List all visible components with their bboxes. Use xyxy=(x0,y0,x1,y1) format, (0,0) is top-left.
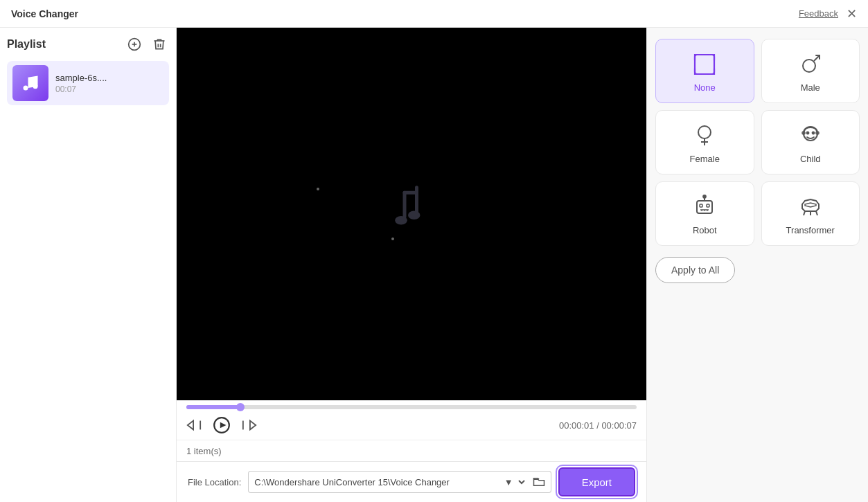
svg-point-9 xyxy=(408,211,420,220)
effect-male[interactable]: Male xyxy=(761,39,860,103)
player-area: 00:00:01 / 00:00:07 xyxy=(177,28,646,440)
playlist-item-name: sample-6s.... xyxy=(55,73,107,83)
items-count: 1 item(s) xyxy=(186,443,222,459)
playlist-header: Playlist xyxy=(7,35,169,54)
rewind-button[interactable] xyxy=(186,418,202,433)
svg-rect-31 xyxy=(700,204,702,207)
svg-point-24 xyxy=(806,132,808,134)
playlist-title: Playlist xyxy=(7,38,46,51)
effect-robot-label: Robot xyxy=(693,225,717,235)
time-display: 00:00:01 / 00:00:07 xyxy=(559,420,637,431)
center-column: 00:00:01 / 00:00:07 1 item(s) File Locat… xyxy=(177,28,646,502)
bottom-bar: File Location: ▼ Export xyxy=(177,461,646,502)
effect-female-label: Female xyxy=(690,154,720,164)
items-count-row: 1 item(s) xyxy=(177,440,646,461)
svg-marker-14 xyxy=(250,421,256,430)
title-bar-right: Feedback ✕ xyxy=(799,8,857,20)
sidebar: Playlist xyxy=(0,28,177,502)
file-location-label: File Location: xyxy=(188,477,241,487)
controls-row: 00:00:01 / 00:00:07 xyxy=(186,413,637,437)
effect-female[interactable]: Female xyxy=(655,110,754,174)
effect-robot[interactable]: Robot xyxy=(655,181,754,246)
playlist-item-duration: 00:07 xyxy=(55,84,107,94)
svg-rect-16 xyxy=(695,55,714,74)
forward-button[interactable] xyxy=(242,418,257,433)
svg-point-4 xyxy=(33,84,38,89)
play-button[interactable] xyxy=(213,416,231,434)
effect-male-label: Male xyxy=(801,82,820,93)
effects-grid: None Male xyxy=(655,39,860,246)
svg-rect-6 xyxy=(415,186,418,213)
progress-thumb xyxy=(236,403,245,411)
playlist-thumbnail xyxy=(12,65,48,101)
svg-rect-5 xyxy=(403,191,407,219)
effect-transformer[interactable]: Transformer xyxy=(761,181,860,246)
title-bar: Voice Changer Feedback ✕ xyxy=(0,0,868,28)
app-window: Voice Changer Feedback ✕ Playlist xyxy=(0,0,868,502)
progress-bar[interactable] xyxy=(186,405,637,409)
file-location-dropdown[interactable]: ▼ xyxy=(499,471,527,493)
svg-rect-30 xyxy=(697,201,712,213)
feedback-link[interactable]: Feedback xyxy=(799,8,838,19)
apply-all-button[interactable]: Apply to All xyxy=(655,257,735,283)
effect-none-label: None xyxy=(694,82,716,93)
open-folder-button[interactable] xyxy=(527,471,551,493)
svg-rect-7 xyxy=(403,191,419,195)
svg-point-8 xyxy=(395,216,407,225)
file-location-input[interactable] xyxy=(248,471,498,493)
control-buttons xyxy=(186,416,257,434)
player-controls: 00:00:01 / 00:00:07 xyxy=(177,400,646,440)
close-button[interactable]: ✕ xyxy=(847,8,857,20)
main-content: Playlist xyxy=(0,28,868,502)
effect-child-label: Child xyxy=(800,154,821,164)
file-location-wrap: ▼ xyxy=(248,471,551,493)
svg-line-38 xyxy=(816,211,817,215)
export-button[interactable]: Export xyxy=(558,467,635,496)
svg-point-18 xyxy=(803,60,815,72)
svg-point-20 xyxy=(698,126,711,138)
playlist-item-info: sample-6s.... 00:07 xyxy=(55,73,107,94)
effect-transformer-label: Transformer xyxy=(786,225,835,235)
effect-child[interactable]: Child xyxy=(761,110,860,174)
app-title: Voice Changer xyxy=(11,8,78,19)
svg-point-25 xyxy=(812,132,814,134)
svg-marker-13 xyxy=(220,422,227,429)
playlist-item[interactable]: sample-6s.... 00:07 xyxy=(7,61,169,105)
effects-panel: None Male xyxy=(646,28,868,502)
progress-bar-fill xyxy=(186,405,240,409)
svg-point-3 xyxy=(24,86,28,91)
svg-rect-32 xyxy=(707,204,709,207)
svg-point-29 xyxy=(703,195,706,198)
svg-line-37 xyxy=(804,211,805,215)
video-canvas xyxy=(177,28,646,400)
playlist-actions xyxy=(125,35,169,54)
svg-marker-10 xyxy=(188,421,193,430)
effect-none[interactable]: None xyxy=(655,39,754,103)
center-right: 00:00:01 / 00:00:07 1 item(s) File Locat… xyxy=(177,28,868,502)
delete-file-button[interactable] xyxy=(150,35,169,54)
svg-line-19 xyxy=(814,55,820,61)
svg-line-17 xyxy=(695,55,714,74)
add-file-button[interactable] xyxy=(125,35,144,54)
